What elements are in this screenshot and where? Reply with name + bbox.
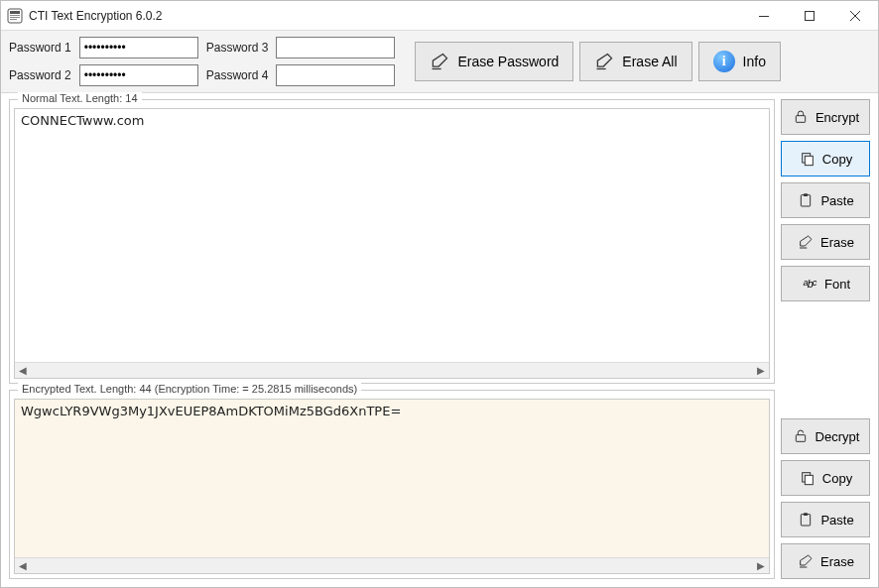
close-button[interactable] xyxy=(832,1,878,31)
scroll-left-icon[interactable]: ◀ xyxy=(15,362,31,378)
svg-rect-14 xyxy=(802,195,811,206)
svg-rect-5 xyxy=(759,16,769,17)
eraser-icon xyxy=(797,553,815,569)
copy-bottom-button[interactable]: Copy xyxy=(781,460,870,496)
password2-input[interactable] xyxy=(79,64,198,86)
eraser-icon xyxy=(594,52,614,71)
titlebar: CTI Text Encryption 6.0.2 xyxy=(1,1,878,31)
svg-rect-19 xyxy=(805,475,813,484)
normal-text-wrap: CONNECTwww.com ◀ ▶ xyxy=(14,108,770,379)
normal-text-legend: Normal Text. Length: 14 xyxy=(18,92,142,104)
info-button[interactable]: i Info xyxy=(698,42,781,81)
paste-top-button[interactable]: Paste xyxy=(781,182,870,218)
paste-icon xyxy=(797,192,815,208)
copy-icon xyxy=(799,151,816,167)
password4-label: Password 4 xyxy=(206,68,269,82)
scroll-right-icon[interactable]: ▶ xyxy=(753,362,769,378)
h-scrollbar[interactable]: ◀ ▶ xyxy=(15,362,769,378)
svg-rect-3 xyxy=(10,17,20,18)
normal-text-group: Normal Text. Length: 14 CONNECTwww.com ◀… xyxy=(9,99,775,384)
scroll-right-icon[interactable]: ▶ xyxy=(753,558,769,574)
app-icon xyxy=(7,8,23,24)
password3-label: Password 3 xyxy=(206,41,269,55)
encrypted-text-legend: Encrypted Text. Length: 44 (Encryption T… xyxy=(18,383,361,395)
eraser-icon xyxy=(797,234,815,250)
svg-rect-20 xyxy=(802,515,811,526)
encrypted-text-wrap: WgwcLYR9VWg3My1JXvEUEP8AmDKTOMiMz5BGd6Xn… xyxy=(14,399,770,574)
unlock-icon xyxy=(792,428,810,444)
side-column: Encrypt Copy Paste xyxy=(781,99,870,579)
erase-all-button[interactable]: Erase All xyxy=(579,42,691,81)
erase-password-label: Erase Password xyxy=(457,54,559,69)
svg-rect-17 xyxy=(796,435,805,442)
font-label: Font xyxy=(824,277,850,292)
font-button[interactable]: abc Font xyxy=(781,266,870,301)
password1-label: Password 1 xyxy=(9,41,71,55)
minimize-button[interactable] xyxy=(741,1,787,31)
copy-icon xyxy=(799,470,816,486)
erase-password-button[interactable]: Erase Password xyxy=(415,42,573,81)
encrypted-text-group: Encrypted Text. Length: 44 (Encryption T… xyxy=(9,390,775,579)
lock-icon xyxy=(792,109,810,125)
paste-bottom-button[interactable]: Paste xyxy=(781,502,870,537)
erase-top-button[interactable]: Erase xyxy=(781,224,870,260)
password1-input[interactable] xyxy=(79,37,198,59)
info-icon: i xyxy=(713,51,735,72)
erase-all-label: Erase All xyxy=(622,54,677,69)
svg-rect-15 xyxy=(804,193,808,196)
erase-bottom-label: Erase xyxy=(820,554,854,569)
h-scrollbar[interactable]: ◀ ▶ xyxy=(15,557,769,573)
paste-icon xyxy=(797,512,815,528)
info-label: Info xyxy=(743,54,766,69)
paste-bottom-label: Paste xyxy=(820,513,853,528)
password4-input[interactable] xyxy=(276,64,395,86)
decrypt-label: Decrypt xyxy=(816,429,860,444)
encrypted-text-area[interactable]: WgwcLYR9VWg3My1JXvEUEP8AmDKTOMiMz5BGd6Xn… xyxy=(15,400,769,557)
copy-top-label: Copy xyxy=(822,152,852,167)
window-title: CTI Text Encryption 6.0.2 xyxy=(29,9,163,23)
decrypt-button[interactable]: Decrypt xyxy=(781,418,870,454)
copy-top-button[interactable]: Copy xyxy=(781,141,870,176)
eraser-icon xyxy=(430,52,449,71)
erase-top-label: Erase xyxy=(820,235,854,250)
erase-bottom-button[interactable]: Erase xyxy=(781,543,870,579)
copy-bottom-label: Copy xyxy=(822,471,852,486)
password-toolbar: Password 1 Password 3 Password 2 Passwor… xyxy=(1,31,878,93)
password3-input[interactable] xyxy=(276,37,395,59)
svg-rect-1 xyxy=(10,11,20,14)
svg-rect-13 xyxy=(805,156,813,165)
scroll-left-icon[interactable]: ◀ xyxy=(15,558,31,574)
svg-rect-21 xyxy=(804,513,808,516)
font-icon: abc xyxy=(801,278,818,290)
svg-rect-4 xyxy=(10,19,17,20)
encrypt-button[interactable]: Encrypt xyxy=(781,99,870,135)
paste-top-label: Paste xyxy=(820,193,853,208)
maximize-button[interactable] xyxy=(787,1,832,31)
password2-label: Password 2 xyxy=(9,68,71,82)
svg-rect-6 xyxy=(806,11,815,20)
svg-rect-2 xyxy=(10,15,20,16)
encrypt-label: Encrypt xyxy=(816,110,859,125)
svg-rect-11 xyxy=(796,116,805,123)
normal-text-area[interactable]: CONNECTwww.com xyxy=(15,109,769,362)
